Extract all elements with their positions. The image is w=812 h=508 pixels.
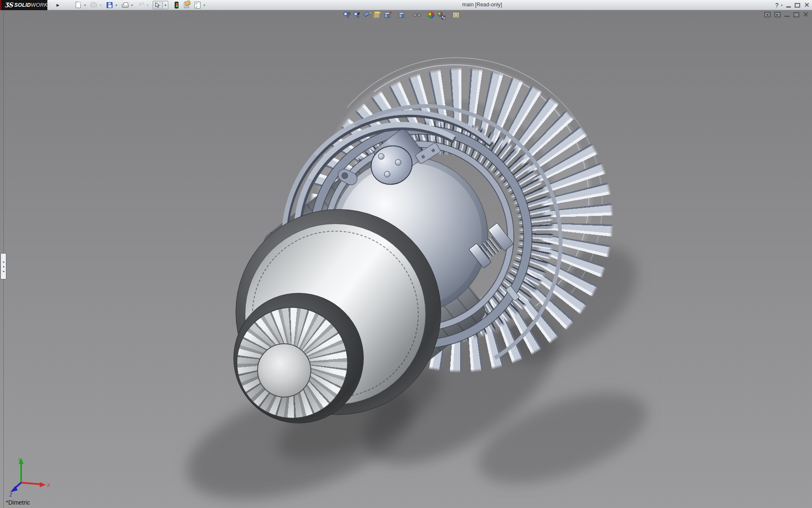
document-minimize-button[interactable] — [785, 16, 790, 17]
select-button[interactable]: ▾ — [153, 1, 168, 9]
minimize-button[interactable] — [786, 6, 791, 8]
select-cursor-icon — [153, 1, 163, 9]
options-button[interactable]: ✓✓ ▾ — [194, 1, 206, 9]
save-dropdown[interactable]: ▾ — [114, 3, 118, 7]
collapse-pane-right-button[interactable]: ▸ — [774, 12, 781, 17]
file-properties-icon — [183, 1, 191, 9]
view-orientation-label: *Dimetric — [6, 499, 30, 506]
handle-arrow-icon: ◂ — [3, 270, 4, 273]
save-button[interactable]: ▾ — [106, 1, 118, 9]
display-style-icon[interactable]: + — [383, 11, 392, 19]
close-button[interactable]: ✕ — [804, 0, 809, 10]
jet-engine-model[interactable] — [0, 10, 812, 508]
print-button[interactable]: ▾ — [121, 1, 134, 9]
select-dropdown[interactable]: ▾ — [163, 1, 168, 9]
bolt — [395, 159, 401, 166]
handle-arrow-icon: ◂ — [3, 265, 4, 268]
hide-show-items-icon[interactable] — [413, 11, 421, 19]
rebuild-button[interactable] — [173, 1, 180, 9]
title-bar: ƷS SOLID WORKS ▶ ▾ ▾ ▾ ▾ ↶ ▾ ▾ — [0, 0, 812, 10]
standard-toolbar: ▾ ▾ ▾ ▾ ↶ ▾ ▾ — [74, 0, 209, 10]
zoom-to-area-icon[interactable] — [353, 11, 361, 19]
help-button[interactable]: ? — [775, 2, 779, 8]
coordinate-triad: Y X Z — [6, 456, 52, 497]
bolt — [378, 153, 384, 160]
open-button[interactable]: ▾ — [90, 1, 103, 9]
headsup-view-toolbar: + + — [343, 11, 462, 19]
print-dropdown[interactable]: ▾ — [130, 3, 134, 7]
new-document-button[interactable]: ▾ — [74, 1, 87, 9]
undo-icon: ↶ — [137, 1, 145, 9]
new-document-icon — [74, 1, 82, 9]
solidworks-logo-text-bold: SOLID — [14, 2, 31, 8]
3d-viewport[interactable]: ◂ ▸ ✕ + + ◂ ◂ ◂ — [0, 10, 812, 508]
undo-dropdown[interactable]: ▾ — [145, 3, 150, 7]
shaded-with-edges-icon[interactable] — [398, 11, 406, 19]
menu-flyout-arrow[interactable]: ▶ — [55, 1, 61, 9]
feature-tree-collapse-handle[interactable]: ◂ ◂ ◂ — [0, 253, 6, 279]
open-dropdown[interactable]: ▾ — [99, 3, 103, 7]
zoom-to-fit-icon[interactable] — [343, 11, 351, 19]
edit-appearance-icon[interactable] — [427, 11, 436, 19]
triad-y-label: Y — [18, 457, 21, 462]
section-view-icon[interactable]: + — [363, 11, 371, 19]
save-floppy-icon — [106, 1, 113, 9]
help-dropdown[interactable]: ▾ — [781, 3, 782, 7]
view-settings-icon[interactable] — [452, 11, 461, 19]
file-properties-button[interactable] — [183, 1, 191, 9]
triad-x-arrow — [40, 482, 46, 487]
open-folder-icon — [90, 1, 98, 9]
triad-x-axis — [21, 483, 41, 484]
document-close-button[interactable]: ✕ — [803, 12, 809, 17]
bolt — [384, 171, 390, 177]
view-orientation-icon[interactable] — [373, 11, 381, 19]
restore-button[interactable] — [795, 3, 800, 8]
document-window-controls: ◂ ▸ ✕ — [764, 12, 809, 17]
handle-arrow-icon: ◂ — [3, 260, 4, 263]
solidworks-logo: ƷS SOLID WORKS — [0, 0, 47, 10]
apply-scene-icon[interactable] — [437, 11, 445, 19]
new-document-dropdown[interactable]: ▾ — [83, 3, 87, 7]
print-icon — [121, 1, 129, 9]
solidworks-logo-text-light: WORKS — [31, 2, 51, 8]
triad-x-label: X — [47, 483, 50, 488]
window-title: main [Read-only] — [440, 2, 524, 8]
window-controls: ? ▾ ✕ — [775, 0, 809, 10]
options-checklist-icon: ✓✓ — [194, 1, 201, 9]
undo-button[interactable]: ↶ ▾ — [137, 1, 150, 9]
solidworks-logo-mark-icon: ƷS — [5, 1, 13, 9]
document-restore-button[interactable] — [793, 12, 799, 17]
rebuild-traffic-light-icon — [173, 1, 180, 9]
shaft-hub — [257, 343, 311, 398]
triad-z-label: Z — [9, 492, 13, 497]
collapse-pane-left-button[interactable]: ◂ — [764, 12, 771, 17]
options-dropdown[interactable]: ▾ — [202, 3, 206, 7]
